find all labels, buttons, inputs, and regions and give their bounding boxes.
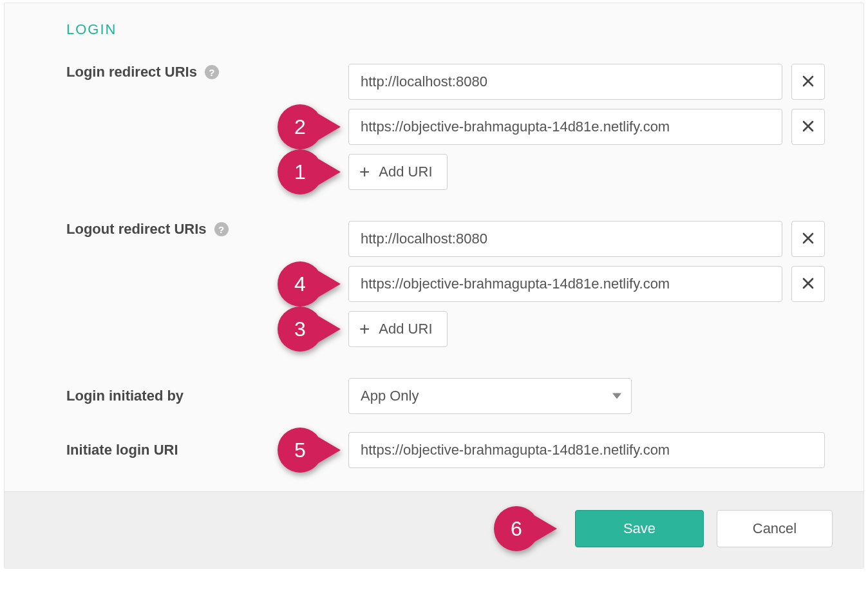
remove-uri-button[interactable] <box>791 109 825 145</box>
login-redirect-uri-input[interactable] <box>348 109 782 145</box>
add-uri-label: Add URI <box>379 164 432 180</box>
logout-redirect-uri-row <box>348 221 825 257</box>
annotation-marker-1: 1 <box>278 149 323 194</box>
field-initiate-login-uri: Initiate login URI 5 <box>66 432 825 468</box>
footer-action-bar: 6 Save Cancel <box>5 491 863 568</box>
label-login-redirect-uris: Login redirect URIs <box>66 64 197 80</box>
select-value: App Only <box>361 388 419 404</box>
plus-icon: + <box>359 320 370 338</box>
annotation-marker-6: 6 <box>494 506 539 551</box>
field-logout-redirect-uris: Logout redirect URIs ? 4 <box>66 221 825 347</box>
section-title: LOGIN <box>66 21 825 38</box>
field-login-initiated-by: Login initiated by App Only <box>66 378 825 414</box>
label-login-initiated-by: Login initiated by <box>66 388 184 404</box>
initiate-login-uri-input[interactable] <box>348 432 825 468</box>
close-icon <box>802 120 815 135</box>
label-logout-redirect-uris: Logout redirect URIs <box>66 221 207 238</box>
close-icon <box>802 277 815 292</box>
annotation-marker-2: 2 <box>278 104 323 149</box>
cancel-button[interactable]: Cancel <box>717 510 833 547</box>
field-login-redirect-uris: Login redirect URIs ? 2 <box>66 64 825 190</box>
remove-uri-button[interactable] <box>791 221 825 257</box>
login-redirect-uri-input[interactable] <box>348 64 782 100</box>
close-icon <box>802 232 815 247</box>
login-redirect-uri-row: 2 <box>348 109 825 145</box>
help-icon[interactable]: ? <box>205 65 219 79</box>
add-login-redirect-uri-button[interactable]: + Add URI <box>348 154 448 190</box>
logout-redirect-uri-input[interactable] <box>348 221 782 257</box>
remove-uri-button[interactable] <box>791 64 825 100</box>
login-redirect-uri-row <box>348 64 825 100</box>
login-initiated-by-select[interactable]: App Only <box>348 378 632 414</box>
add-logout-redirect-uri-button[interactable]: + Add URI <box>348 311 448 347</box>
add-uri-label: Add URI <box>379 321 432 337</box>
close-icon <box>802 75 815 90</box>
plus-icon: + <box>359 163 370 181</box>
annotation-marker-3: 3 <box>278 307 323 352</box>
remove-uri-button[interactable] <box>791 266 825 302</box>
panel-body: LOGIN Login redirect URIs ? 2 <box>5 3 863 491</box>
logout-redirect-uri-input[interactable] <box>348 266 782 302</box>
save-button[interactable]: Save <box>575 510 704 547</box>
label-initiate-login-uri: Initiate login URI <box>66 442 178 458</box>
annotation-marker-4: 4 <box>278 261 323 307</box>
login-settings-panel: LOGIN Login redirect URIs ? 2 <box>4 3 864 569</box>
logout-redirect-uri-row: 4 <box>348 266 825 302</box>
help-icon[interactable]: ? <box>214 222 229 236</box>
